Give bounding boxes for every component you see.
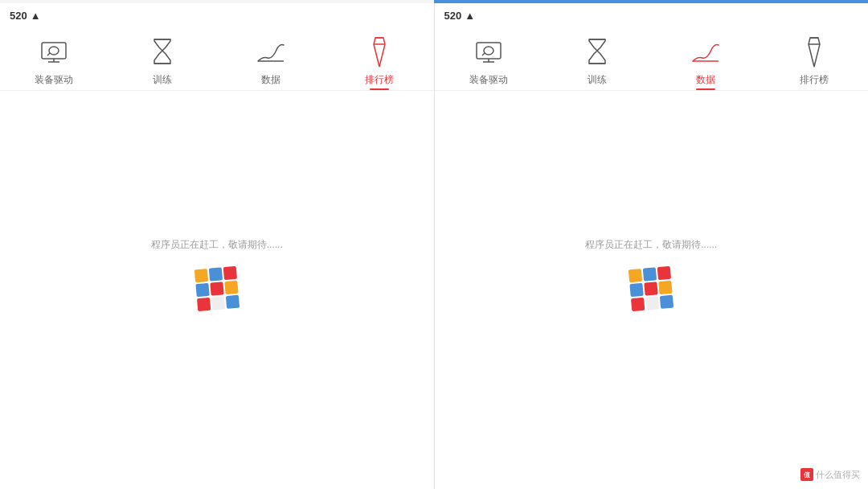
tab-label-training-left: 训练 bbox=[153, 73, 172, 87]
tab-data-left[interactable]: 数据 bbox=[247, 35, 295, 87]
cube-cell bbox=[226, 295, 240, 309]
nav-tabs-left: 装备驱动 训练 bbox=[0, 28, 434, 91]
svg-rect-9 bbox=[477, 43, 501, 59]
monitor-icon-left bbox=[36, 35, 72, 70]
signal-text-left: 520 bbox=[10, 10, 27, 22]
cube-cell bbox=[210, 281, 223, 295]
cube-cell bbox=[223, 266, 236, 280]
watermark-text: 什么值得买 bbox=[816, 469, 860, 481]
chart-icon-right bbox=[688, 35, 723, 70]
coming-soon-right: 程序员正在赶工，敬请期待...... bbox=[585, 238, 717, 252]
tie-icon-left bbox=[362, 35, 397, 70]
rubiks-cube-right bbox=[628, 266, 674, 311]
monitor-icon-right bbox=[471, 35, 506, 70]
signal-icon-left: ▲ bbox=[31, 10, 41, 22]
hourglass-icon-right bbox=[579, 35, 615, 70]
svg-point-12 bbox=[484, 47, 493, 55]
tab-ranking-left[interactable]: 排行榜 bbox=[355, 35, 403, 87]
tab-label-data-right: 数据 bbox=[696, 73, 715, 87]
tab-training-right[interactable]: 训练 bbox=[573, 35, 621, 87]
tab-training-left[interactable]: 训练 bbox=[138, 35, 186, 87]
hourglass-icon-left bbox=[145, 35, 180, 70]
svg-rect-0 bbox=[42, 43, 66, 59]
cube-cell bbox=[660, 295, 674, 309]
panel-body-right: 程序员正在赶工，敬请期待...... bbox=[435, 91, 869, 489]
panel-right: 520 ▲ 装备驱动 bbox=[434, 3, 869, 489]
nav-tabs-right: 装备驱动 训练 bbox=[435, 28, 869, 91]
watermark-logo: 值 bbox=[800, 468, 813, 481]
cube-cell bbox=[643, 267, 657, 281]
chart-icon-left bbox=[253, 35, 289, 70]
tab-equipment-left[interactable]: 装备驱动 bbox=[30, 35, 78, 87]
panel-left: 520 ▲ 装备驱动 bbox=[0, 3, 434, 489]
svg-line-13 bbox=[482, 53, 485, 55]
svg-point-3 bbox=[49, 47, 59, 55]
tab-label-equipment-right: 装备驱动 bbox=[469, 73, 508, 87]
coming-soon-left: 程序员正在赶工，敬请期待...... bbox=[151, 238, 283, 252]
cube-cell bbox=[630, 283, 644, 297]
tab-data-right[interactable]: 数据 bbox=[682, 35, 730, 87]
cube-cell bbox=[194, 269, 208, 282]
cube-cell bbox=[224, 281, 238, 294]
main-container: 520 ▲ 装备驱动 bbox=[0, 3, 868, 489]
signal-text-right: 520 bbox=[444, 10, 462, 22]
tie-icon-right bbox=[796, 35, 832, 70]
cube-cell bbox=[195, 283, 209, 297]
panel-body-left: 程序员正在赶工，敬请期待...... bbox=[0, 91, 434, 489]
cube-cell bbox=[209, 267, 223, 281]
rubiks-cube-left bbox=[194, 266, 240, 311]
cube-cell bbox=[645, 296, 659, 310]
cube-cell bbox=[659, 281, 673, 294]
tab-ranking-right[interactable]: 排行榜 bbox=[790, 35, 838, 87]
cube-cell bbox=[197, 298, 211, 311]
cube-cell bbox=[631, 298, 645, 311]
status-bar-right: 520 ▲ bbox=[435, 3, 869, 28]
status-bar-left: 520 ▲ bbox=[0, 3, 434, 28]
tab-equipment-right[interactable]: 装备驱动 bbox=[465, 35, 513, 87]
cube-cell bbox=[645, 281, 658, 295]
tab-label-training-right: 训练 bbox=[588, 73, 607, 87]
cube-cell bbox=[211, 296, 225, 310]
cube-cell bbox=[657, 266, 671, 280]
tab-label-ranking-right: 排行榜 bbox=[800, 73, 829, 87]
tab-label-data-left: 数据 bbox=[261, 73, 280, 87]
watermark: 值 什么值得买 bbox=[800, 468, 860, 481]
tab-label-equipment-left: 装备驱动 bbox=[35, 73, 73, 87]
svg-line-4 bbox=[47, 53, 50, 55]
cube-cell bbox=[628, 269, 642, 282]
tab-label-ranking-left: 排行榜 bbox=[365, 73, 394, 87]
signal-icon-right: ▲ bbox=[465, 10, 475, 22]
